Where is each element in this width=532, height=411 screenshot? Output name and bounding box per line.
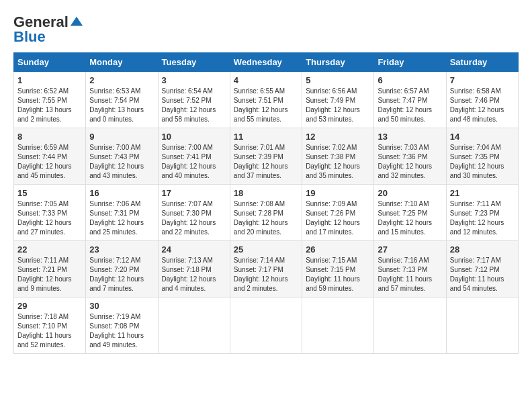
day-number: 6 xyxy=(378,75,442,85)
day-number: 7 xyxy=(450,75,515,85)
calendar-day-cell xyxy=(230,298,302,354)
day-number: 3 xyxy=(162,75,226,85)
calendar-day-cell: 20 Sunrise: 7:10 AM Sunset: 7:25 PM Dayl… xyxy=(374,185,446,241)
day-number: 4 xyxy=(234,75,298,85)
day-number: 27 xyxy=(378,244,442,255)
day-number: 17 xyxy=(162,188,226,198)
calendar-day-cell: 19 Sunrise: 7:09 AM Sunset: 7:26 PM Dayl… xyxy=(302,185,374,241)
day-number: 24 xyxy=(162,244,226,255)
day-number: 20 xyxy=(378,188,442,198)
calendar-week-row: 29 Sunrise: 7:18 AM Sunset: 7:10 PM Dayl… xyxy=(14,298,519,354)
day-number: 26 xyxy=(306,244,370,255)
day-info: Sunrise: 7:10 AM Sunset: 7:25 PM Dayligh… xyxy=(378,199,442,237)
weekday-header-tuesday: Tuesday xyxy=(158,53,230,72)
calendar-day-cell xyxy=(446,298,518,354)
weekday-header-thursday: Thursday xyxy=(302,53,374,72)
day-info: Sunrise: 7:14 AM Sunset: 7:17 PM Dayligh… xyxy=(234,256,298,293)
calendar-day-cell: 14 Sunrise: 7:04 AM Sunset: 7:35 PM Dayl… xyxy=(446,128,518,185)
calendar-day-cell: 13 Sunrise: 7:03 AM Sunset: 7:36 PM Dayl… xyxy=(374,128,446,185)
calendar-day-cell: 27 Sunrise: 7:16 AM Sunset: 7:13 PM Dayl… xyxy=(374,241,446,298)
calendar-day-cell: 25 Sunrise: 7:14 AM Sunset: 7:17 PM Dayl… xyxy=(230,241,302,298)
day-number: 5 xyxy=(306,75,370,85)
day-number: 16 xyxy=(89,188,154,198)
calendar-day-cell: 6 Sunrise: 6:57 AM Sunset: 7:47 PM Dayli… xyxy=(374,72,446,128)
calendar-day-cell: 18 Sunrise: 7:08 AM Sunset: 7:28 PM Dayl… xyxy=(230,185,302,241)
calendar-day-cell: 21 Sunrise: 7:11 AM Sunset: 7:23 PM Dayl… xyxy=(446,185,518,241)
calendar-day-cell: 23 Sunrise: 7:12 AM Sunset: 7:20 PM Dayl… xyxy=(86,241,158,298)
day-info: Sunrise: 7:09 AM Sunset: 7:26 PM Dayligh… xyxy=(306,199,370,237)
day-info: Sunrise: 7:02 AM Sunset: 7:38 PM Dayligh… xyxy=(306,143,370,181)
day-number: 28 xyxy=(450,244,515,255)
calendar-day-cell: 12 Sunrise: 7:02 AM Sunset: 7:38 PM Dayl… xyxy=(302,128,374,185)
day-info: Sunrise: 7:12 AM Sunset: 7:20 PM Dayligh… xyxy=(89,256,154,293)
day-info: Sunrise: 7:18 AM Sunset: 7:10 PM Dayligh… xyxy=(17,312,82,350)
weekday-header-friday: Friday xyxy=(374,53,446,72)
day-number: 23 xyxy=(89,244,154,255)
calendar-day-cell: 10 Sunrise: 7:00 AM Sunset: 7:41 PM Dayl… xyxy=(158,128,230,185)
calendar-day-cell: 29 Sunrise: 7:18 AM Sunset: 7:10 PM Dayl… xyxy=(14,298,86,354)
day-number: 2 xyxy=(89,75,154,85)
calendar-day-cell: 11 Sunrise: 7:01 AM Sunset: 7:39 PM Dayl… xyxy=(230,128,302,185)
calendar-table: SundayMondayTuesdayWednesdayThursdayFrid… xyxy=(13,52,519,354)
day-number: 22 xyxy=(17,244,82,255)
page-header: General Blue xyxy=(13,13,519,46)
day-info: Sunrise: 6:59 AM Sunset: 7:44 PM Dayligh… xyxy=(17,143,82,181)
day-info: Sunrise: 7:16 AM Sunset: 7:13 PM Dayligh… xyxy=(378,256,442,293)
logo-blue-text: Blue xyxy=(13,28,46,46)
day-info: Sunrise: 7:19 AM Sunset: 7:08 PM Dayligh… xyxy=(89,312,154,350)
logo: General Blue xyxy=(13,13,84,46)
day-info: Sunrise: 7:00 AM Sunset: 7:43 PM Dayligh… xyxy=(89,143,154,181)
day-info: Sunrise: 7:00 AM Sunset: 7:41 PM Dayligh… xyxy=(162,143,226,181)
day-info: Sunrise: 6:53 AM Sunset: 7:54 PM Dayligh… xyxy=(89,87,154,124)
calendar-week-row: 1 Sunrise: 6:52 AM Sunset: 7:55 PM Dayli… xyxy=(14,72,519,128)
day-number: 8 xyxy=(17,132,82,142)
day-info: Sunrise: 6:52 AM Sunset: 7:55 PM Dayligh… xyxy=(17,87,82,124)
day-number: 1 xyxy=(17,75,82,85)
calendar-day-cell: 26 Sunrise: 7:15 AM Sunset: 7:15 PM Dayl… xyxy=(302,241,374,298)
calendar-week-row: 8 Sunrise: 6:59 AM Sunset: 7:44 PM Dayli… xyxy=(14,128,519,185)
calendar-day-cell: 22 Sunrise: 7:11 AM Sunset: 7:21 PM Dayl… xyxy=(14,241,86,298)
calendar-header-row: SundayMondayTuesdayWednesdayThursdayFrid… xyxy=(14,53,519,72)
calendar-day-cell: 30 Sunrise: 7:19 AM Sunset: 7:08 PM Dayl… xyxy=(86,298,158,354)
weekday-header-saturday: Saturday xyxy=(446,53,518,72)
calendar-week-row: 15 Sunrise: 7:05 AM Sunset: 7:33 PM Dayl… xyxy=(14,185,519,241)
day-number: 14 xyxy=(450,132,515,142)
day-info: Sunrise: 7:11 AM Sunset: 7:21 PM Dayligh… xyxy=(17,256,82,293)
calendar-day-cell: 3 Sunrise: 6:54 AM Sunset: 7:52 PM Dayli… xyxy=(158,72,230,128)
day-info: Sunrise: 6:54 AM Sunset: 7:52 PM Dayligh… xyxy=(162,87,226,124)
weekday-header-sunday: Sunday xyxy=(14,53,86,72)
day-number: 21 xyxy=(450,188,515,198)
day-number: 25 xyxy=(234,244,298,255)
day-number: 30 xyxy=(89,301,154,311)
day-info: Sunrise: 7:03 AM Sunset: 7:36 PM Dayligh… xyxy=(378,143,442,181)
calendar-day-cell: 8 Sunrise: 6:59 AM Sunset: 7:44 PM Dayli… xyxy=(14,128,86,185)
day-number: 18 xyxy=(234,188,298,198)
day-number: 15 xyxy=(17,188,82,198)
calendar-day-cell: 28 Sunrise: 7:17 AM Sunset: 7:12 PM Dayl… xyxy=(446,241,518,298)
day-info: Sunrise: 7:04 AM Sunset: 7:35 PM Dayligh… xyxy=(450,143,515,181)
day-info: Sunrise: 7:07 AM Sunset: 7:30 PM Dayligh… xyxy=(162,199,226,237)
day-number: 13 xyxy=(378,132,442,142)
day-info: Sunrise: 6:55 AM Sunset: 7:51 PM Dayligh… xyxy=(234,87,298,124)
calendar-day-cell: 2 Sunrise: 6:53 AM Sunset: 7:54 PM Dayli… xyxy=(86,72,158,128)
calendar-week-row: 22 Sunrise: 7:11 AM Sunset: 7:21 PM Dayl… xyxy=(14,241,519,298)
calendar-day-cell: 1 Sunrise: 6:52 AM Sunset: 7:55 PM Dayli… xyxy=(14,72,86,128)
day-info: Sunrise: 7:13 AM Sunset: 7:18 PM Dayligh… xyxy=(162,256,226,293)
day-number: 11 xyxy=(234,132,298,142)
calendar-day-cell: 16 Sunrise: 7:06 AM Sunset: 7:31 PM Dayl… xyxy=(86,185,158,241)
calendar-day-cell: 15 Sunrise: 7:05 AM Sunset: 7:33 PM Dayl… xyxy=(14,185,86,241)
day-info: Sunrise: 7:01 AM Sunset: 7:39 PM Dayligh… xyxy=(234,143,298,181)
svg-marker-0 xyxy=(71,17,83,26)
day-info: Sunrise: 6:57 AM Sunset: 7:47 PM Dayligh… xyxy=(378,87,442,124)
day-info: Sunrise: 6:58 AM Sunset: 7:46 PM Dayligh… xyxy=(450,87,515,124)
day-number: 9 xyxy=(89,132,154,142)
day-info: Sunrise: 6:56 AM Sunset: 7:49 PM Dayligh… xyxy=(306,87,370,124)
day-number: 12 xyxy=(306,132,370,142)
calendar-day-cell: 17 Sunrise: 7:07 AM Sunset: 7:30 PM Dayl… xyxy=(158,185,230,241)
calendar-day-cell: 24 Sunrise: 7:13 AM Sunset: 7:18 PM Dayl… xyxy=(158,241,230,298)
weekday-header-monday: Monday xyxy=(86,53,158,72)
day-number: 10 xyxy=(162,132,226,142)
logo-icon xyxy=(69,15,84,30)
day-info: Sunrise: 7:15 AM Sunset: 7:15 PM Dayligh… xyxy=(306,256,370,293)
calendar-day-cell xyxy=(302,298,374,354)
